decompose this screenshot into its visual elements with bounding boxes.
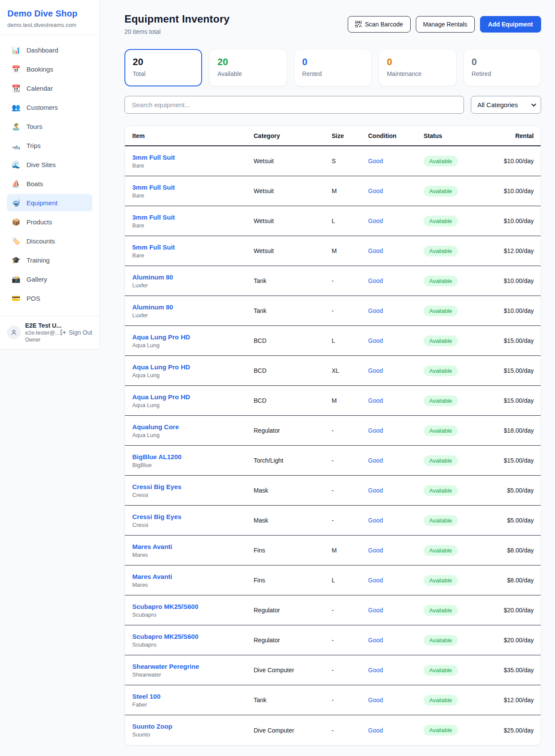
condition-link[interactable]: Good: [368, 547, 424, 554]
condition-link[interactable]: Good: [368, 217, 424, 224]
sidebar-item-label: Gallery: [26, 276, 47, 283]
sidebar-item-calendar[interactable]: 📆Calendar: [7, 79, 92, 97]
sidebar-item-customers[interactable]: 👥Customers: [7, 99, 92, 116]
status-cell: Available: [424, 515, 489, 526]
condition-link[interactable]: Good: [368, 397, 424, 404]
status-cell: Available: [424, 246, 489, 256]
condition-link[interactable]: Good: [368, 247, 424, 254]
add-equipment-button[interactable]: Add Equipment: [480, 16, 541, 33]
rental-price: $5.00/day: [489, 517, 534, 524]
item-name-link[interactable]: 5mm Full Suit: [132, 243, 254, 251]
item-name-link[interactable]: Scubapro MK25/S600: [132, 633, 254, 640]
rental-price: $20.00/day: [489, 607, 534, 614]
item-cell: Suunto ZoopSuunto: [132, 723, 254, 738]
sign-out-button[interactable]: Sign Out: [59, 329, 92, 336]
status-badge: Available: [424, 575, 458, 586]
rental-price: $12.00/day: [489, 247, 534, 254]
item-name-link[interactable]: Cressi Big Eyes: [132, 483, 254, 490]
manage-rentals-button[interactable]: Manage Rentals: [416, 16, 475, 33]
item-name-link[interactable]: Aluminum 80: [132, 273, 254, 281]
stat-card-rented[interactable]: 0Rented: [294, 49, 372, 86]
item-brand: Bare: [132, 252, 254, 259]
item-name-link[interactable]: Steel 100: [132, 693, 254, 700]
condition-link[interactable]: Good: [368, 457, 424, 464]
status-badge: Available: [424, 725, 458, 736]
table-row: BigBlue AL1200BigBlueTorch/Light-GoodAva…: [125, 446, 541, 476]
item-cell: Mares AvantiMares: [132, 573, 254, 588]
item-name-link[interactable]: Aqua Lung Pro HD: [132, 393, 254, 401]
stats-row: 20Total20Available0Rented0Maintenance0Re…: [124, 49, 541, 86]
status-badge: Available: [424, 365, 458, 376]
category-cell: Wetsuit: [254, 247, 332, 254]
table-row: Aqualung CoreAqua LungRegulator-GoodAvai…: [125, 416, 541, 446]
item-name-link[interactable]: Aqua Lung Pro HD: [132, 363, 254, 371]
scan-barcode-button[interactable]: Scan Barcode: [348, 16, 411, 33]
item-name-link[interactable]: Aqualung Core: [132, 423, 254, 431]
status-cell: Available: [424, 186, 489, 197]
category-select[interactable]: All Categories: [471, 96, 541, 114]
condition-link[interactable]: Good: [368, 307, 424, 314]
item-cell: Shearwater PeregrineShearwater: [132, 663, 254, 678]
item-brand: Aqua Lung: [132, 402, 254, 408]
size-cell: M: [332, 247, 368, 254]
item-name-link[interactable]: Suunto Zoop: [132, 723, 254, 730]
condition-link[interactable]: Good: [368, 697, 424, 703]
item-name-link[interactable]: Shearwater Peregrine: [132, 663, 254, 670]
sidebar-item-products[interactable]: 📦Products: [7, 213, 92, 230]
item-brand: Luxfer: [132, 312, 254, 319]
item-name-link[interactable]: Scubapro MK25/S600: [132, 603, 254, 610]
sidebar-item-bookings[interactable]: 📅Bookings: [7, 60, 92, 78]
sidebar-item-trips[interactable]: 🛥️Trips: [7, 137, 92, 154]
item-name-link[interactable]: Aqua Lung Pro HD: [132, 333, 254, 341]
size-cell: -: [332, 307, 368, 314]
stat-value: 20: [217, 56, 278, 68]
item-name-link[interactable]: Aluminum 80: [132, 303, 254, 311]
condition-link[interactable]: Good: [368, 337, 424, 344]
category-cell: Wetsuit: [254, 158, 332, 164]
item-name-link[interactable]: 3mm Full Suit: [132, 184, 254, 191]
item-name-link[interactable]: Cressi Big Eyes: [132, 513, 254, 520]
stat-card-total[interactable]: 20Total: [124, 49, 202, 86]
item-name-link[interactable]: BigBlue AL1200: [132, 453, 254, 460]
sidebar-item-equipment[interactable]: 🤿Equipment: [7, 194, 92, 211]
condition-link[interactable]: Good: [368, 607, 424, 614]
condition-link[interactable]: Good: [368, 158, 424, 164]
item-name-link[interactable]: 3mm Full Suit: [132, 154, 254, 161]
sidebar-item-dashboard[interactable]: 📊Dashboard: [7, 41, 92, 59]
sidebar-item-pos[interactable]: 💳POS: [7, 289, 92, 307]
sidebar-item-boats[interactable]: ⛵Boats: [7, 175, 92, 192]
sidebar-item-label: Dashboard: [26, 46, 58, 54]
stat-card-maintenance[interactable]: 0Maintenance: [379, 49, 456, 86]
sidebar-item-tours[interactable]: 🏝️Tours: [7, 118, 92, 135]
table-header-row: ItemCategorySizeConditionStatusRental: [125, 126, 541, 146]
condition-link[interactable]: Good: [368, 187, 424, 194]
sidebar-item-label: Discounts: [26, 237, 55, 245]
brand-name: Demo Dive Shop: [7, 9, 92, 19]
sidebar-item-training[interactable]: 🎓Training: [7, 251, 92, 269]
size-cell: -: [332, 637, 368, 644]
stat-card-available[interactable]: 20Available: [209, 49, 287, 86]
sidebar-item-label: Bookings: [26, 66, 53, 73]
sidebar-item-dive-sites[interactable]: 🌊Dive Sites: [7, 156, 92, 173]
item-name-link[interactable]: Mares Avanti: [132, 543, 254, 550]
condition-link[interactable]: Good: [368, 487, 424, 494]
item-cell: 5mm Full SuitBare: [132, 243, 254, 259]
item-name-link[interactable]: Mares Avanti: [132, 573, 254, 580]
condition-link[interactable]: Good: [368, 277, 424, 284]
condition-link[interactable]: Good: [368, 517, 424, 524]
condition-link[interactable]: Good: [368, 637, 424, 644]
sidebar-item-gallery[interactable]: 📸Gallery: [7, 270, 92, 288]
category-cell: Torch/Light: [254, 457, 332, 464]
search-input[interactable]: [124, 96, 464, 114]
stat-card-retired[interactable]: 0Retired: [464, 49, 541, 86]
condition-link[interactable]: Good: [368, 367, 424, 374]
item-cell: Aqua Lung Pro HDAqua Lung: [132, 363, 254, 378]
boats-icon: ⛵: [12, 180, 20, 188]
item-name-link[interactable]: 3mm Full Suit: [132, 214, 254, 221]
condition-link[interactable]: Good: [368, 427, 424, 434]
sidebar-item-discounts[interactable]: 🏷️Discounts: [7, 232, 92, 250]
filter-row: All Categories: [124, 96, 541, 114]
condition-link[interactable]: Good: [368, 577, 424, 584]
condition-link[interactable]: Good: [368, 667, 424, 674]
condition-link[interactable]: Good: [368, 727, 424, 734]
